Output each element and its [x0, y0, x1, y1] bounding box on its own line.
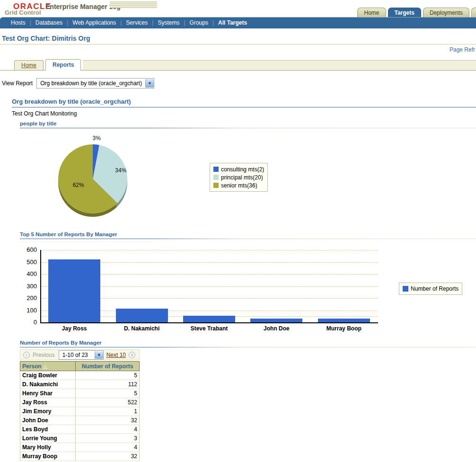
column-header-number-of-reports[interactable]: Number of Reports — [76, 362, 140, 371]
reports-count-cell: 5 — [76, 389, 140, 398]
bar-chart: Number of Reports 0100200300400500600Jay… — [0, 239, 476, 336]
top-tabs: HomeTargetsDeployments — [355, 8, 473, 17]
page-refreshed-label: Page Refr — [450, 46, 475, 53]
bar-category-label: Steve Trabant — [176, 325, 243, 332]
table-row: Murray Boop32 — [20, 452, 140, 461]
product-title: Enterprise Manager 10g — [45, 3, 121, 10]
top-tab-targets[interactable]: Targets — [388, 8, 421, 17]
person-cell: Lorrie Young — [20, 434, 76, 443]
person-cell: Mary Holly — [20, 443, 76, 452]
bar-legend: Number of Reports — [399, 283, 462, 295]
pie-legend-label: consulting mts(2) — [221, 166, 264, 173]
top-tab-deployments[interactable]: Deployments — [423, 8, 469, 17]
chevron-down-icon[interactable]: ▼ — [145, 79, 154, 88]
legend-swatch-icon — [213, 183, 219, 188]
view-report-row: View Report Org breakdown by title (orac… — [2, 78, 476, 89]
pie-chart-title: people by title — [20, 121, 476, 128]
page-range-select[interactable]: 1-10 of 23 ▼ — [59, 350, 104, 360]
next-link[interactable]: Next 10 — [106, 352, 126, 358]
chevron-down-icon[interactable]: ▼ — [95, 351, 103, 359]
pie-label-3: 3% — [93, 135, 101, 142]
person-cell: Les Boyd — [20, 425, 76, 434]
reports-count-cell: 1 — [76, 407, 140, 416]
pie-legend-item-senior-mts-36-: senior mts(36) — [213, 181, 264, 189]
pie-chart: 3%34%62% consulting mts(2)principal mts(… — [0, 128, 476, 228]
nav-item-groups[interactable]: Groups — [190, 19, 208, 26]
person-cell: Murray Boop — [20, 452, 76, 461]
bar-gridline — [41, 250, 378, 250]
nav-item-hosts[interactable]: Hosts — [11, 19, 26, 26]
bar-ytick-label: 100 — [0, 307, 37, 314]
next-page-icon[interactable]: › — [129, 352, 135, 358]
subtab-link-home[interactable]: Home — [21, 62, 36, 69]
nav-item-databases[interactable]: Databases — [35, 19, 62, 26]
table-row: D. Nakamichi112 — [20, 380, 140, 389]
reports-count-cell: 32 — [76, 416, 140, 425]
subtab-home[interactable]: Home — [14, 60, 44, 70]
bar-ytick-label: 300 — [0, 283, 37, 290]
table-row: Lorrie Young3 — [20, 434, 140, 443]
table-row: Craig Bowler5 — [20, 371, 140, 380]
pie-legend-label: principal mts(20) — [221, 174, 263, 181]
bar-d-nakamichi — [116, 309, 168, 322]
bar-x-axis — [40, 322, 378, 323]
nav-item-all-targets[interactable]: All Targets — [218, 19, 247, 26]
pie-legend-label: senior mts(36) — [221, 182, 257, 189]
table-row: Jay Ross522 — [20, 398, 140, 407]
table-title: Number of Reports By Manager — [20, 340, 476, 347]
reports-count-cell: 4 — [76, 443, 140, 452]
bar-ytick-label: 600 — [0, 246, 37, 253]
subtab-reports[interactable]: Reports — [45, 59, 81, 71]
person-cell: Craig Bowler — [20, 371, 76, 380]
app-root: ORACLE Enterprise Manager 10g Grid Contr… — [0, 0, 476, 462]
column-header-person[interactable]: Person△ — [20, 362, 76, 371]
nav-item-services[interactable]: Services — [126, 19, 148, 26]
bar-john-doe — [250, 319, 302, 322]
legend-swatch-icon — [213, 175, 219, 180]
nav-item-systems[interactable]: Systems — [158, 19, 179, 26]
bar-ytick-label: 400 — [0, 270, 37, 277]
person-cell: D. Nakamichi — [20, 380, 76, 389]
bar-ytick-label: 0 — [0, 319, 37, 326]
previous-label[interactable]: Previous — [33, 352, 55, 358]
table-row: Les Boyd4 — [20, 425, 140, 434]
person-cell: Henry Shar — [20, 389, 76, 398]
view-report-select[interactable]: Org breakdown by title (oracle_orgchart)… — [36, 78, 154, 89]
masthead: ORACLE Enterprise Manager 10g Grid Contr… — [0, 0, 476, 17]
reports-count-cell: 3 — [76, 434, 140, 443]
pie-label-62: 62% — [73, 182, 84, 188]
reports-count-cell: 522 — [76, 398, 140, 407]
grid-control-label: Grid Control — [5, 9, 41, 16]
reports-table-section: ‹ Previous 1-10 of 23 ▼ Next 10 › Person… — [20, 349, 140, 462]
global-nav: Hosts|Databases|Web Applications|Service… — [0, 17, 476, 28]
table-row: Mary Holly4 — [20, 443, 140, 452]
pie-legend: consulting mts(2)principal mts(20)senior… — [210, 163, 268, 192]
top-tab-partial[interactable] — [471, 8, 476, 17]
nav-separator: | — [152, 19, 153, 26]
sort-ascending-icon: △ — [44, 364, 47, 369]
nav-separator: | — [212, 19, 214, 26]
reports-count-cell: 4 — [76, 425, 140, 434]
masthead-stripes-decoration — [110, 1, 157, 8]
bar-murray-boop — [318, 319, 370, 322]
top-tab-home[interactable]: Home — [357, 8, 386, 17]
bar-steve-trabant — [183, 316, 235, 322]
bar-category-label: Jay Ross — [41, 325, 108, 332]
nav-item-web-applications[interactable]: Web Applications — [72, 19, 116, 26]
view-report-label: View Report — [2, 80, 33, 87]
bar-ytick-label: 200 — [0, 294, 37, 302]
nav-separator: | — [184, 19, 185, 26]
bar-category-label: Murray Boop — [310, 325, 378, 332]
bar-y-axis — [40, 250, 41, 323]
reports-count-cell: 32 — [76, 452, 140, 461]
legend-swatch-icon — [403, 286, 408, 292]
table-row: John Doe32 — [20, 416, 140, 425]
previous-page-icon[interactable]: ‹ — [23, 352, 30, 358]
pie-legend-item-consulting-mts-2-: consulting mts(2) — [213, 165, 264, 173]
table-row: Henry Shar5 — [20, 389, 140, 398]
subtab-bar: HomeReports — [0, 59, 476, 71]
bar-legend-label: Number of Reports — [411, 285, 458, 292]
nav-separator: | — [30, 19, 31, 26]
person-cell: Jay Ross — [20, 398, 76, 407]
person-cell: John Doe — [20, 416, 76, 425]
